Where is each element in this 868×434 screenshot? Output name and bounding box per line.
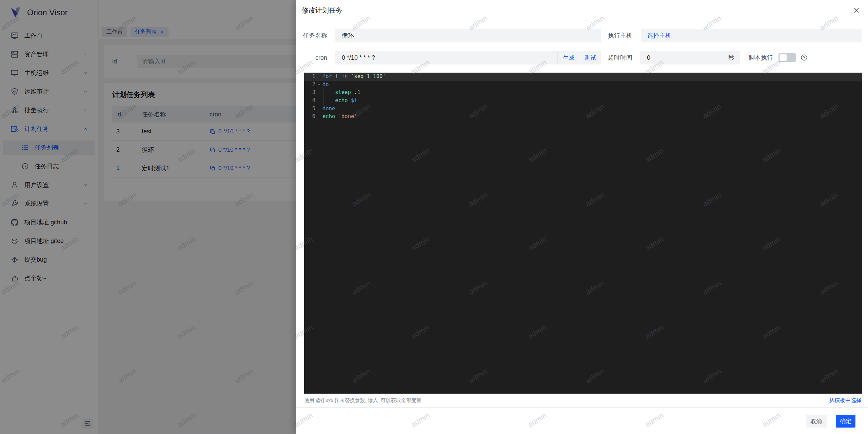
timeout-field: 秒 — [640, 51, 740, 64]
fold-gutter — [315, 105, 322, 113]
line-number: 6 — [304, 113, 315, 121]
confirm-button[interactable]: 确定 — [836, 415, 855, 428]
task-name-input[interactable] — [335, 29, 601, 42]
indent-guide — [323, 97, 323, 105]
task-name-field — [335, 29, 601, 42]
timeout-input[interactable] — [640, 51, 728, 64]
cron-label: cron — [302, 51, 327, 64]
code-text: done — [322, 105, 335, 113]
fold-gutter[interactable] — [315, 81, 322, 89]
cron-test-button[interactable]: 测试 — [580, 51, 601, 64]
line-number: 3 — [304, 89, 315, 97]
editor-line: 5done — [304, 105, 862, 113]
fold-gutter — [315, 73, 322, 81]
edit-task-modal: 修改计划任务 任务名称 执行主机 选择主机 cron 生成 测试 超时时间 秒 … — [296, 0, 868, 434]
task-name-label: 任务名称 — [302, 29, 327, 42]
line-number: 5 — [304, 105, 315, 113]
cancel-button[interactable]: 取消 — [806, 415, 827, 428]
parameter-hint-text: 使用 @{{ xxx }} 来替换参数, 输入_可以获取全部变量 — [304, 394, 421, 407]
editor-line: 4 echo $i — [304, 97, 862, 105]
select-host-link[interactable]: 选择主机 — [647, 32, 671, 40]
editor-line: 1for i in `seq 1 100` — [304, 73, 862, 81]
editor-line: 2do — [304, 81, 862, 89]
script-code-editor[interactable]: 1for i in `seq 1 100`2do3 sleep .14 echo… — [304, 73, 862, 394]
script-exec-toggle[interactable] — [778, 53, 796, 62]
exec-host-label: 执行主机 — [608, 29, 632, 42]
fold-gutter — [315, 89, 322, 97]
code-text: for i in `seq 1 100` — [322, 73, 386, 81]
timeout-label: 超时时间 — [608, 51, 632, 64]
code-text: do — [322, 81, 329, 89]
cron-generate-button[interactable]: 生成 — [557, 51, 580, 64]
help-icon[interactable] — [800, 54, 808, 63]
line-number: 1 — [304, 73, 315, 81]
editor-line: 3 sleep .1 — [304, 89, 862, 97]
line-number: 2 — [304, 81, 315, 89]
editor-line: 6echo 'done' — [304, 113, 862, 121]
select-from-template-link[interactable]: 从模板中选择 — [829, 394, 862, 407]
modal-footer: 取消 确定 — [296, 407, 868, 434]
exec-host-field: 选择主机 — [641, 29, 862, 42]
line-number: 4 — [304, 97, 315, 105]
modal-title: 修改计划任务 — [302, 0, 342, 20]
timeout-unit-label: 秒 — [728, 54, 740, 62]
indent-guide — [323, 89, 323, 97]
fold-gutter — [315, 113, 322, 121]
editor-hint-row: 使用 @{{ xxx }} 来替换参数, 输入_可以获取全部变量 从模板中选择 — [296, 394, 868, 407]
toggle-knob — [780, 54, 787, 61]
modal-header: 修改计划任务 — [296, 0, 868, 20]
code-text: echo $i — [322, 97, 357, 105]
close-icon[interactable] — [851, 5, 862, 16]
code-text: sleep .1 — [322, 89, 360, 97]
cron-input[interactable] — [335, 51, 557, 64]
script-exec-label: 脚本执行 — [749, 51, 773, 64]
fold-gutter — [315, 97, 322, 105]
code-text: echo 'done' — [322, 113, 357, 121]
cron-field: 生成 测试 — [335, 51, 601, 64]
fold-chevron-icon — [317, 82, 321, 87]
